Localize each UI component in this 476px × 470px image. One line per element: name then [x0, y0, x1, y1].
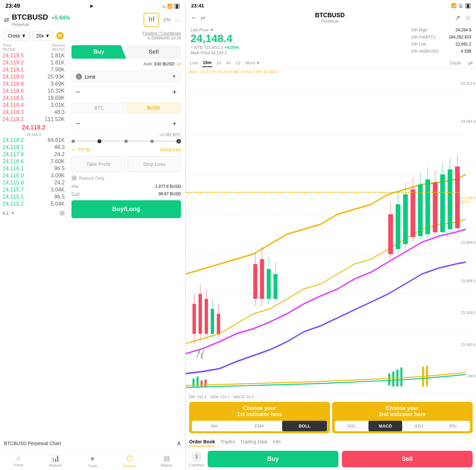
m-badge[interactable]: M: [56, 32, 64, 39]
amount-minus-button[interactable]: −: [76, 120, 80, 127]
nav-markets[interactable]: 📊 Markets: [37, 453, 74, 469]
indicator-boll[interactable]: BOLL: [282, 421, 327, 431]
amount-plus-button[interactable]: +: [172, 120, 177, 127]
swap-icon: ⇄: [201, 14, 205, 21]
price-right: 24h High 24,264.9 24h Vol(BTC) 184,262.8…: [411, 28, 471, 55]
chart-label: BTCBUSD Perpetual Chart ∧: [0, 436, 185, 450]
left-location-arrow: ➤: [89, 3, 93, 9]
tab-4h[interactable]: 4h: [225, 59, 231, 67]
left-panel: 23:49 ➤ -. 📶 ▓ ⇄ BTCBUSD +5.64% Perpetua…: [0, 0, 185, 470]
indicator-1-options: MA EMA BOLL: [192, 421, 327, 431]
nav-home[interactable]: ⌂ Home: [0, 453, 37, 469]
chart-area[interactable]: 24,312.6 24,264.9 24,148.403:17 23,906.0…: [186, 75, 476, 393]
symbol-block: BTCBUSD Perpetual: [208, 12, 451, 24]
leverage-dropdown[interactable]: 20x ▼: [32, 31, 53, 40]
more-icon[interactable]: ···: [175, 17, 181, 24]
back-button[interactable]: ←: [190, 14, 197, 22]
buy-tab[interactable]: Buy: [71, 45, 126, 59]
ask-row: 24,118.519.68K: [3, 94, 65, 101]
settings-icon[interactable]: ⇄: [468, 60, 473, 66]
slider-dot-1: [97, 139, 101, 143]
chart-icon-box[interactable]: [144, 13, 159, 27]
nav-trade[interactable]: ● Trade: [74, 453, 111, 469]
chevron-icon[interactable]: ▼: [11, 211, 15, 215]
limit-row[interactable]: i Limit ▼: [71, 70, 181, 83]
indicator-1-title: Choose your1st indicator here: [237, 405, 282, 417]
amount-input[interactable]: 2000.0: [83, 120, 170, 127]
funding-link[interactable]: Funding / Countdown: [143, 31, 181, 36]
bid-row: 24,115.73.04K: [3, 186, 65, 193]
indicator-ma[interactable]: MA: [192, 421, 237, 431]
bid-row: 24,118.284.61K: [3, 137, 65, 144]
sell-tab[interactable]: Sell: [126, 45, 181, 59]
candlestick-icon: [148, 16, 155, 24]
max-row: Max 1,977.6 BUSD: [67, 183, 185, 190]
share-icon[interactable]: ↗: [455, 14, 460, 22]
slider-dot-4: [175, 138, 182, 145]
tab-15m[interactable]: 15m: [202, 59, 212, 67]
stop-loss-button[interactable]: Stop Loss: [128, 156, 181, 172]
nav-wallets[interactable]: ▤ Wallets: [148, 453, 185, 469]
tab-1d[interactable]: 1d: [235, 59, 241, 67]
indicator-macd[interactable]: MACD: [368, 421, 402, 431]
swap-icon: ⇄: [4, 16, 9, 24]
nav-futures[interactable]: ⬡ Futures: [111, 453, 148, 469]
price-minus-button[interactable]: −: [76, 88, 80, 96]
advanced-link[interactable]: Advanced: [160, 147, 181, 152]
take-profit-button[interactable]: Take Profit: [71, 156, 125, 172]
markets-icon: 📊: [51, 454, 60, 462]
left-header: ⇄ BTCBUSD +5.64% Perpetual: [0, 11, 185, 29]
tab-info[interactable]: Info: [273, 437, 281, 446]
bid-row: 24,115.25.04K: [3, 200, 65, 207]
buy-sell-tabs: Buy Sell: [71, 45, 181, 59]
tab-trading-data[interactable]: Trading Data: [240, 437, 267, 446]
star-icon[interactable]: ☆: [465, 14, 471, 22]
currency-toggle: BTC BUSD: [71, 102, 181, 114]
tab-1h[interactable]: 1h: [216, 59, 222, 67]
dropdown-arrow: ▼: [210, 28, 214, 32]
reduce-check-icon[interactable]: ✓: [71, 175, 77, 181]
indicator-rsi[interactable]: RSI: [436, 421, 470, 431]
slider-row[interactable]: [71, 141, 181, 142]
currency-label: Currency: [189, 463, 204, 467]
right-symbol: BTCBUSD: [208, 12, 451, 19]
right-panel: 23:41 📶 📡 ▓ ← ⇄ BTCBUSD Perpetual ↗ ☆ La…: [186, 0, 476, 470]
tab-depth[interactable]: Depth: [449, 59, 462, 67]
busd-button[interactable]: BUSD: [126, 102, 181, 113]
slider-track[interactable]: [71, 141, 181, 142]
transfer-icon[interactable]: ⇄: [177, 61, 181, 67]
limit-label: Limit: [85, 74, 169, 80]
slider-dot-2: [124, 140, 128, 143]
symbol-text: BTCBUSD: [12, 13, 48, 21]
ask-row: 24,119.51.81K: [3, 52, 65, 59]
info-icon: i: [76, 74, 82, 80]
right-buy-button[interactable]: Buy: [208, 451, 338, 467]
tab-trades[interactable]: Trades: [220, 437, 235, 446]
indicator-ema[interactable]: EMA: [237, 421, 282, 431]
left-status-bar: 23:49 ➤ -. 📶 ▓: [0, 0, 185, 11]
price-label-264: 24,264.9: [461, 119, 475, 123]
svg-rect-3: [151, 18, 152, 21]
tpsl-label[interactable]: TP/SL: [78, 147, 91, 152]
buy-long-button[interactable]: Buy/Long: [71, 200, 181, 218]
cross-dropdown[interactable]: Cross ▼: [4, 31, 30, 40]
nt-price: ≈ NT$ 721,651.3 +6.05%: [190, 45, 408, 50]
tab-order-book[interactable]: Order Book: [189, 437, 215, 446]
battery-icon: ▓: [465, 3, 471, 8]
approx-row: ≈0.082 BTC: [67, 132, 185, 138]
indicator-kdj[interactable]: KDJ: [402, 421, 436, 431]
indicator-vol[interactable]: VOL: [335, 421, 368, 431]
chevron-down-icon: ▼: [256, 60, 260, 65]
collapse-icon[interactable]: ∧: [177, 440, 181, 447]
controls-row: Cross ▼ 20x ▼ M Funding / Countdown -0.0…: [0, 29, 185, 42]
right-sell-button[interactable]: Sell: [342, 451, 473, 467]
btc-button[interactable]: BTC: [72, 102, 126, 113]
currency-section: $ Currency: [189, 451, 204, 467]
price-plus-button[interactable]: +: [172, 88, 177, 96]
percent-icon[interactable]: ±%: [163, 17, 171, 23]
tab-line[interactable]: Line: [189, 59, 199, 67]
layout-icon[interactable]: ⊞: [60, 209, 65, 217]
wifi-icon: 📡: [458, 3, 464, 8]
tab-more[interactable]: More ▼: [244, 59, 261, 67]
price-input[interactable]: 24116.7: [83, 89, 170, 96]
